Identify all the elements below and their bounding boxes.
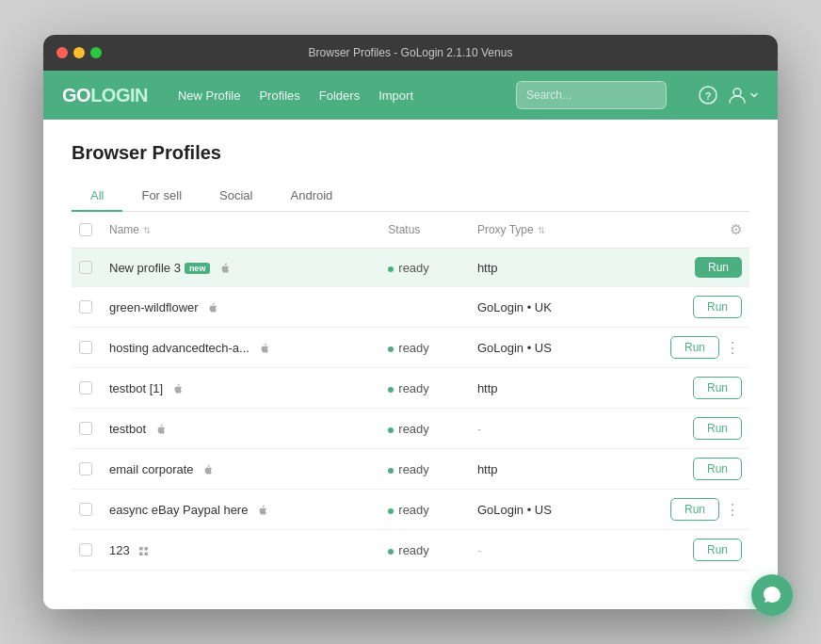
name-column-header: Name ⇅ (109, 223, 373, 236)
svg-rect-4 (145, 546, 149, 550)
run-button[interactable]: Run (695, 257, 742, 278)
status-cell: ready (380, 328, 470, 368)
run-button[interactable]: Run (670, 336, 719, 359)
help-icon[interactable]: ? (699, 86, 717, 105)
row-checkbox[interactable] (79, 422, 92, 435)
status-text: ready (398, 543, 429, 557)
close-button[interactable] (56, 47, 68, 58)
proxy-sort-icon[interactable]: ⇅ (538, 225, 545, 235)
select-all-checkbox[interactable] (79, 223, 94, 236)
proxy-type-cell: - (470, 409, 612, 449)
svg-rect-5 (139, 552, 143, 555)
row-checkbox[interactable] (79, 261, 92, 274)
status-indicator (388, 387, 394, 393)
profile-name[interactable]: green-wildflower (109, 300, 199, 314)
profile-name[interactable]: 123 (109, 543, 130, 557)
run-button[interactable]: Run (693, 458, 742, 480)
more-options-button[interactable]: ⋮ (723, 501, 742, 519)
run-button[interactable]: Run (693, 539, 742, 561)
titlebar: Browser Profiles - GoLogin 2.1.10 Venus (43, 35, 778, 71)
proxy-type-cell: GoLogin • UK (470, 287, 612, 328)
row-checkbox[interactable] (79, 543, 92, 556)
status-indicator (388, 427, 394, 433)
run-button[interactable]: Run (693, 417, 742, 440)
profile-name-cell: green-wildflower (102, 287, 380, 328)
proxy-type-cell: - (470, 530, 612, 571)
nav-new-profile[interactable]: New Profile (178, 89, 240, 103)
status-cell: ready (380, 368, 470, 409)
name-sort-icon[interactable]: ⇅ (143, 225, 151, 235)
tab-for-sell[interactable]: For sell (122, 181, 201, 212)
run-button[interactable]: Run (693, 296, 742, 318)
table-row: easync eBay Paypal here readyGoLogin • U… (72, 490, 749, 530)
profile-name[interactable]: testbot [1] (109, 381, 163, 395)
tab-all[interactable]: All (72, 181, 122, 212)
proxy-type-cell: http (470, 449, 612, 490)
table-row: testbot ready-Run (72, 409, 749, 449)
actions-cell: Run⋮ (612, 328, 749, 368)
minimize-button[interactable] (73, 47, 85, 58)
nav-profiles[interactable]: Profiles (259, 89, 299, 103)
row-checkbox[interactable] (79, 300, 92, 314)
proxy-type-cell: http (470, 368, 612, 409)
tab-social[interactable]: Social (201, 181, 271, 212)
tabs-bar: All For sell Social Android (72, 181, 749, 212)
profiles-table: Name ⇅ Status Proxy Type ⇅ ⚙ (72, 212, 749, 571)
actions-cell: Run (612, 287, 749, 328)
status-text: ready (398, 503, 429, 517)
navbar: GOLOGIN New Profile Profiles Folders Imp… (43, 71, 778, 120)
table-row: 123 ready-Run (72, 530, 749, 571)
status-text: ready (398, 381, 429, 395)
search-input[interactable] (516, 81, 667, 109)
status-text: ready (398, 462, 429, 476)
chat-button[interactable] (751, 574, 793, 616)
run-button[interactable]: Run (693, 377, 742, 399)
table-row: email corporate readyhttpRun (72, 449, 749, 490)
svg-text:?: ? (705, 90, 712, 102)
apple-icon (149, 422, 167, 436)
user-menu-button[interactable] (727, 85, 759, 105)
maximize-button[interactable] (90, 47, 102, 58)
status-cell: ready (380, 530, 470, 571)
profile-name-cell: testbot [1] (102, 368, 380, 409)
status-text: ready (398, 422, 429, 436)
run-button[interactable]: Run (670, 498, 719, 521)
actions-cell: Run (612, 368, 749, 409)
nav-icons: ? (699, 85, 759, 105)
proxy-type-value: - (477, 543, 481, 557)
row-checkbox[interactable] (79, 503, 92, 516)
profile-name[interactable]: hosting advancedtech-a... (109, 341, 250, 355)
apple-icon (250, 503, 268, 517)
app-window: Browser Profiles - GoLogin 2.1.10 Venus … (43, 35, 778, 609)
status-cell: ready (380, 449, 470, 490)
nav-folders[interactable]: Folders (319, 89, 360, 103)
apple-icon (197, 462, 215, 476)
profile-name-cell: 123 (102, 530, 380, 571)
more-options-button[interactable]: ⋮ (723, 339, 742, 357)
settings-icon[interactable]: ⚙ (730, 221, 742, 237)
row-checkbox[interactable] (79, 341, 92, 354)
status-text: ready (398, 261, 429, 275)
table-row: New profile 3new readyhttpRun (72, 249, 749, 287)
row-checkbox[interactable] (79, 381, 92, 394)
status-cell (380, 287, 470, 328)
status-cell: ready (380, 409, 470, 449)
actions-cell: Run (612, 409, 749, 449)
traffic-lights (56, 47, 102, 58)
actions-cell: Run (612, 530, 749, 571)
table-header-row: Name ⇅ Status Proxy Type ⇅ ⚙ (72, 212, 749, 249)
profile-name[interactable]: testbot (109, 422, 146, 436)
status-column-header: Status (380, 212, 470, 249)
profile-name[interactable]: email corporate (109, 462, 194, 476)
profile-name[interactable]: easync eBay Paypal here (109, 503, 248, 517)
tab-android[interactable]: Android (272, 181, 352, 212)
profile-name-cell: email corporate (102, 449, 380, 490)
nav-import[interactable]: Import (378, 89, 413, 103)
profile-name[interactable]: New profile 3 (109, 261, 181, 275)
status-indicator (388, 549, 394, 555)
row-checkbox[interactable] (79, 462, 92, 475)
status-text: ready (398, 341, 429, 355)
profile-name-cell: testbot (102, 409, 380, 449)
table-row: hosting advancedtech-a... readyGoLogin •… (72, 328, 749, 368)
profile-name-cell: New profile 3new (102, 249, 380, 287)
